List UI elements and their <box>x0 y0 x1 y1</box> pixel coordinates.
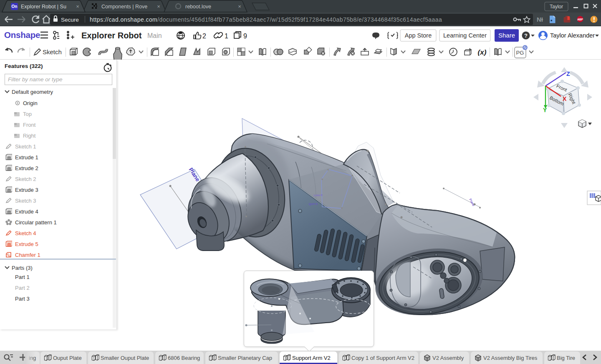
svg-text:Explorer Robot: Explorer Robot <box>81 31 142 40</box>
svg-text:ABP: ABP <box>577 18 583 21</box>
svg-text:Z: Z <box>566 70 570 77</box>
svg-text:Components | Rove: Components | Rove <box>101 4 147 10</box>
svg-text:Plane: Plane <box>468 198 475 207</box>
svg-text:NƗ: NƗ <box>537 16 543 23</box>
svg-text:Main: Main <box>147 32 162 39</box>
svg-text:PG: PG <box>516 50 524 56</box>
svg-text:X: X <box>563 95 567 102</box>
svg-text:Explorer Robot | Su: Explorer Robot | Su <box>21 4 66 10</box>
svg-text:Lnsu.e: Lnsu.e <box>314 193 323 197</box>
svg-text:1: 1 <box>225 33 228 40</box>
svg-text:https://cad.onshape.com/docume: https://cad.onshape.com/documents/456d1f… <box>90 16 442 23</box>
svg-text:×: × <box>157 3 160 10</box>
svg-text:?: ? <box>524 33 528 39</box>
svg-text:9: 9 <box>243 33 247 40</box>
svg-text:Onshape: Onshape <box>4 30 40 40</box>
svg-text:reboot.love: reboot.love <box>185 4 211 10</box>
svg-text:App Store: App Store <box>405 32 432 39</box>
svg-text:Y: Y <box>543 107 547 113</box>
svg-text:Share: Share <box>498 32 515 39</box>
svg-text:Taylor: Taylor <box>550 4 563 10</box>
svg-text:×: × <box>238 3 241 10</box>
svg-text:On: On <box>12 4 18 9</box>
svg-text:×: × <box>76 3 79 10</box>
svg-text:Learning Center: Learning Center <box>443 32 487 39</box>
svg-text:Secure: Secure <box>61 17 79 23</box>
svg-text:2: 2 <box>202 33 206 40</box>
svg-text:(x): (x) <box>478 48 487 56</box>
svg-text:Taylor Alexander: Taylor Alexander <box>550 32 595 39</box>
